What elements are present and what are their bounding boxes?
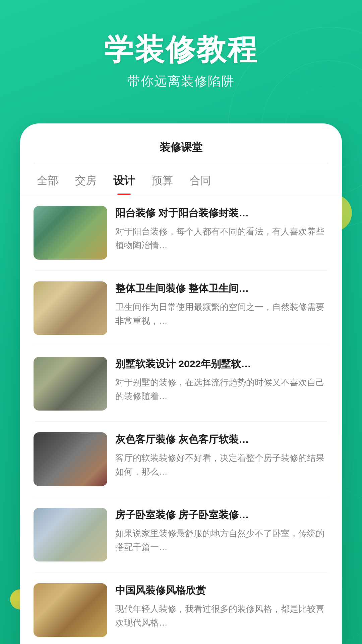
article-desc: 对于阳台装修，每个人都有不同的看法，有人喜欢养些植物陶冶情…: [115, 225, 328, 253]
article-desc: 现代年轻人装修，我看过很多的装修风格，都是比较喜欢现代风格…: [115, 602, 328, 630]
header: 学装修教程 带你远离装修陷阱: [0, 0, 362, 110]
article-title: 阳台装修 对于阳台装修封装…: [115, 206, 328, 220]
article-content: 整体卫生间装修 整体卫生间… 卫生间作为日常使用最频繁的空间之一，自然装修需要非…: [115, 281, 328, 328]
article-thumbnail: [34, 281, 107, 335]
tab-contract[interactable]: 合同: [190, 173, 211, 195]
article-item[interactable]: 别墅软装设计 2022年别墅软… 对于别墅的装修，在选择流行趋势的时候又不喜欢自…: [34, 346, 328, 422]
article-item[interactable]: 整体卫生间装修 整体卫生间… 卫生间作为日常使用最频繁的空间之一，自然装修需要非…: [34, 271, 328, 346]
tab-design[interactable]: 设计: [113, 173, 135, 195]
article-thumbnail: [34, 583, 107, 637]
article-desc: 卫生间作为日常使用最频繁的空间之一，自然装修需要非常重视，…: [115, 300, 328, 328]
header-title: 学装修教程: [20, 34, 342, 66]
card-title: 装修课堂: [34, 137, 328, 163]
article-title: 房子卧室装修 房子卧室装修…: [115, 508, 328, 522]
article-desc: 如果说家里装修最舒服的地方自然少不了卧室，传统的搭配千篇一…: [115, 527, 328, 554]
tab-handover[interactable]: 交房: [75, 173, 97, 195]
header-subtitle: 带你远离装修陷阱: [20, 73, 342, 90]
article-content: 灰色客厅装修 灰色客厅软装… 客厅的软装装修好不好看，决定着整个房子装修的结果如…: [115, 432, 328, 479]
article-thumbnail: [34, 432, 107, 486]
article-list: 阳台装修 对于阳台装修封装… 对于阳台装修，每个人都有不同的看法，有人喜欢养些植…: [20, 195, 342, 644]
article-content: 别墅软装设计 2022年别墅软… 对于别墅的装修，在选择流行趋势的时候又不喜欢自…: [115, 357, 328, 404]
article-content: 房子卧室装修 房子卧室装修… 如果说家里装修最舒服的地方自然少不了卧室，传统的搭…: [115, 508, 328, 554]
tab-all[interactable]: 全部: [37, 173, 58, 195]
article-item[interactable]: 灰色客厅装修 灰色客厅软装… 客厅的软装装修好不好看，决定着整个房子装修的结果如…: [34, 422, 328, 497]
article-item[interactable]: 中国风装修风格欣赏 现代年轻人装修，我看过很多的装修风格，都是比较喜欢现代风格…: [34, 573, 328, 644]
article-title: 中国风装修风格欣赏: [115, 583, 328, 597]
phone-card: 装修课堂 全部 交房 设计 预算 合同 阳台装修 对于阳台装修封装… 对于阳台装…: [20, 123, 342, 644]
tab-bar: 全部 交房 设计 预算 合同: [20, 163, 342, 195]
article-thumbnail: [34, 357, 107, 411]
article-title: 别墅软装设计 2022年别墅软…: [115, 357, 328, 371]
article-desc: 对于别墅的装修，在选择流行趋势的时候又不喜欢自己的装修随着…: [115, 376, 328, 404]
article-title: 灰色客厅装修 灰色客厅软装…: [115, 432, 328, 446]
article-desc: 客厅的软装装修好不好看，决定着整个房子装修的结果如何，那么…: [115, 451, 328, 479]
article-title: 整体卫生间装修 整体卫生间…: [115, 281, 328, 296]
article-content: 中国风装修风格欣赏 现代年轻人装修，我看过很多的装修风格，都是比较喜欢现代风格…: [115, 583, 328, 630]
article-item[interactable]: 房子卧室装修 房子卧室装修… 如果说家里装修最舒服的地方自然少不了卧室，传统的搭…: [34, 497, 328, 573]
article-item[interactable]: 阳台装修 对于阳台装修封装… 对于阳台装修，每个人都有不同的看法，有人喜欢养些植…: [34, 195, 328, 271]
article-content: 阳台装修 对于阳台装修封装… 对于阳台装修，每个人都有不同的看法，有人喜欢养些植…: [115, 206, 328, 253]
article-thumbnail: [34, 508, 107, 561]
article-thumbnail: [34, 206, 107, 260]
tab-budget[interactable]: 预算: [152, 173, 173, 195]
